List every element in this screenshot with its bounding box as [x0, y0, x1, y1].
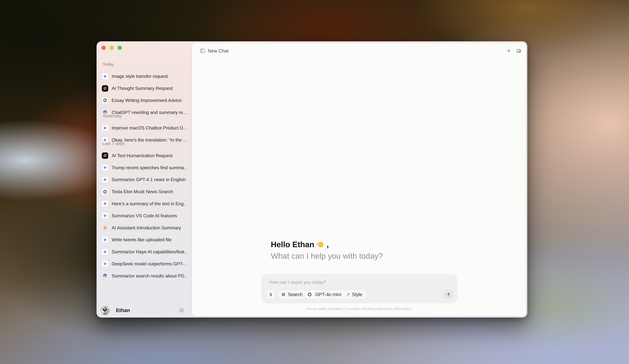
chat-title: Here's a summary of the text in Eng… — [112, 201, 187, 206]
style-button[interactable]: Style — [346, 292, 362, 297]
chat-title: ChatGPT rewriting and summary re… — [112, 110, 187, 115]
model-label: GPT-4o mini — [315, 292, 341, 297]
chat-history-item[interactable]: Summarize GPT-4.1 news in English — [100, 175, 190, 184]
chat-title: Trump recent speeches find summa… — [112, 165, 187, 170]
gemini-sparkle-icon — [102, 261, 108, 267]
floating-window-icon[interactable] — [515, 48, 522, 54]
page-title: New Chat — [208, 48, 229, 54]
chat-title: Tesla Elon Musk News Search — [112, 189, 173, 194]
chat-title: AI Text Humanization Request — [112, 153, 172, 158]
greeting: Hello Ethan , What can I help you w — [271, 239, 383, 262]
gemini-sparkle-icon — [102, 249, 108, 255]
chat-history-item[interactable]: Image style transfer request — [100, 72, 190, 81]
model-style-pill[interactable]: GPT-4o mini Style — [305, 290, 367, 299]
chat-history-item[interactable]: Summarize search results about PD… — [100, 272, 190, 280]
user-name: Ethan — [116, 307, 130, 313]
greeting-line1: Hello Ethan — [271, 239, 314, 250]
chat-title: AI Thought Summary Request — [112, 86, 173, 91]
new-chat-button[interactable] — [506, 48, 512, 54]
chat-title: Essay Writing Improvement Advice — [112, 98, 182, 103]
sidebar-toggle-icon[interactable] — [199, 48, 206, 54]
gemini-sparkle-icon — [102, 200, 108, 207]
section-label: Last 7 days — [102, 141, 124, 146]
globe-icon — [281, 292, 286, 297]
chat-title: Improve macOS Chatbot Product D… — [112, 125, 187, 131]
chat-title: AI Assistant Introduction Summary — [112, 225, 181, 231]
chat-history-item[interactable]: AI Thought Summary Request — [100, 84, 190, 93]
gemini-sparkle-icon — [102, 237, 108, 243]
attach-button[interactable] — [266, 290, 276, 299]
chat-history-item[interactable]: Summarize VS Code AI features — [100, 211, 190, 220]
send-button[interactable] — [444, 290, 453, 299]
message-composer: Search GPT-4o mini — [261, 274, 457, 303]
greeting-line2: What can I help you with today? — [271, 250, 383, 262]
app-window: TodayImage style transfer requestAI Thou… — [97, 41, 527, 317]
chat-title: DeepSeek model outperforms GPT-… — [112, 261, 187, 267]
chat-history-item[interactable]: Summarize Haye AI capabilities/feat… — [100, 248, 190, 256]
chat-history-item[interactable]: Improve macOS Chatbot Product D… — [100, 124, 190, 132]
openai-icon — [102, 188, 108, 195]
settings-icon[interactable] — [178, 307, 185, 313]
openai-icon — [306, 291, 313, 298]
gemini-sparkle-icon — [102, 177, 108, 183]
chat-history-item[interactable]: Tesla Elon Musk News Search — [100, 187, 190, 196]
chat-history-item[interactable]: Here's a summary of the text in Eng… — [100, 199, 190, 208]
chat-panel: New Chat Hello Ethan — [192, 43, 526, 316]
slash-circle-model-icon — [102, 85, 108, 91]
gemini-sparkle-icon — [102, 125, 108, 131]
chat-title: Write tweets like uploaded file — [112, 237, 171, 242]
web-search-toggle[interactable]: Search — [278, 290, 307, 299]
chat-header: New Chat — [192, 43, 526, 59]
style-label: Style — [352, 292, 362, 297]
sidebar: TodayImage style transfer requestAI Thou… — [97, 41, 192, 317]
user-account-row[interactable]: Ethan — [100, 306, 190, 315]
search-label: Search — [288, 292, 303, 297]
chatgpt-app-icon — [102, 273, 108, 279]
chat-title: Summarize search results about PD… — [112, 273, 187, 278]
chat-history-item[interactable]: Trump recent speeches find summa… — [100, 163, 190, 172]
section-label: Yesterday — [102, 113, 121, 119]
disclaimer-text: AI can make mistakes. Consider checking … — [192, 307, 526, 311]
gemini-sparkle-icon — [102, 73, 108, 80]
section-label: Today — [102, 61, 114, 67]
chat-history-item[interactable]: DeepSeek model outperforms GPT-… — [100, 259, 190, 268]
chat-history-item[interactable]: Essay Writing Improvement Advice — [100, 96, 190, 105]
close-window-button[interactable] — [101, 46, 106, 50]
claude-icon — [102, 225, 108, 231]
slash-circle-model-icon — [102, 152, 108, 159]
chat-title: Summarize GPT-4.1 news in English — [112, 177, 186, 182]
quill-pen-icon — [346, 292, 350, 297]
openai-icon — [102, 97, 108, 103]
waving-hand-emoji — [316, 241, 325, 249]
traffic-lights — [101, 46, 122, 50]
chat-history-item[interactable]: AI Text Humanization Request — [100, 151, 190, 160]
greeting-comma: , — [327, 239, 329, 250]
chat-title: Summarize VS Code AI features — [112, 213, 177, 218]
gemini-sparkle-icon — [102, 165, 108, 171]
zoom-window-button[interactable] — [118, 46, 122, 50]
message-input[interactable] — [269, 278, 413, 286]
chat-title: Summarize Haye AI capabilities/feat… — [112, 249, 187, 255]
avatar — [100, 306, 110, 315]
chat-history-item[interactable]: Write tweets like uploaded file — [100, 235, 190, 244]
chat-title: Image style transfer request — [112, 74, 168, 79]
gemini-sparkle-icon — [102, 213, 108, 219]
minimize-window-button[interactable] — [110, 46, 114, 50]
chat-history-item[interactable]: AI Assistant Introduction Summary — [100, 223, 190, 232]
